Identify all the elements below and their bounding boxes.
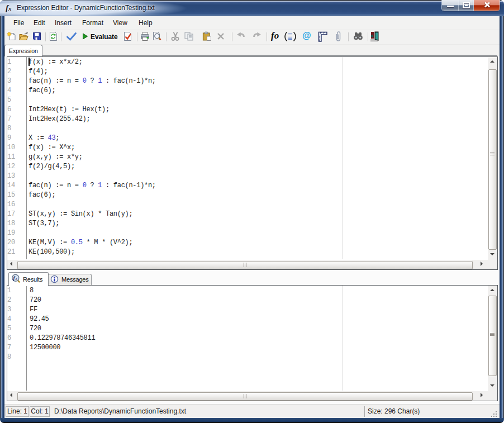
svg-text:x: x: [15, 276, 18, 281]
